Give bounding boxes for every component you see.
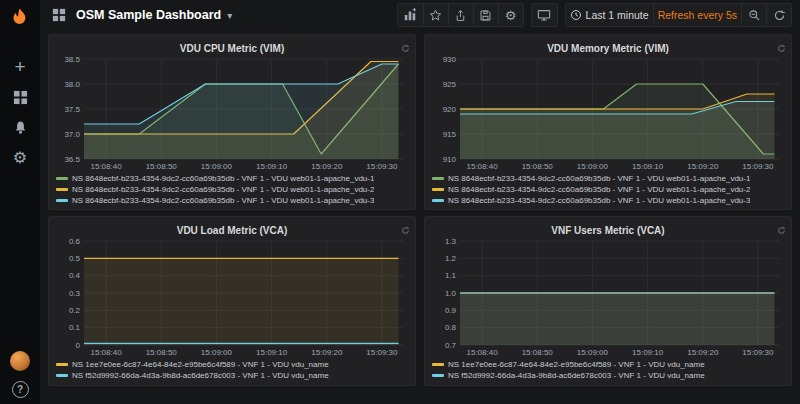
legend-color-marker [432,188,444,191]
legend-item[interactable]: NS 8648ecbf-b233-4354-9dc2-cc60a69b35db … [54,195,410,206]
legend-color-marker [432,177,444,180]
panel-vdu-memory-metric: VDU Memory Metric (VIM) 9109159209259301… [424,34,792,210]
svg-text:15:09:20: 15:09:20 [687,348,719,357]
legend-item[interactable]: NS 8648ecbf-b233-4354-9dc2-cc60a69b35db … [54,184,410,195]
legend-color-marker [432,363,444,366]
users-chart[interactable]: 0.70.80.91.01.11.21.315:08:4015:08:5015:… [430,236,786,358]
svg-text:15:08:50: 15:08:50 [146,348,178,357]
svg-text:0.3: 0.3 [69,289,81,298]
share-button[interactable] [448,4,473,26]
svg-text:15:08:40: 15:08:40 [466,348,498,357]
svg-text:0.7: 0.7 [445,341,457,350]
dashboards-icon[interactable] [0,84,40,110]
svg-text:15:09:00: 15:09:00 [201,348,233,357]
legend-label[interactable]: NS 8648ecbf-b233-4354-9dc2-cc60a69b35db … [72,185,374,194]
legend-item[interactable]: NS 1ee7e0ee-6c87-4e64-84e2-e95be6c4f589 … [430,359,786,370]
chevron-down-icon[interactable]: ▾ [227,10,232,21]
legend-label[interactable]: NS 1ee7e0ee-6c87-4e64-84e2-e95be6c4f589 … [448,360,705,369]
svg-text:15:09:30: 15:09:30 [742,348,774,357]
time-range-picker[interactable]: Last 1 minute [566,4,653,26]
legend-item[interactable]: NS 8648ecbf-b233-4354-9dc2-cc60a69b35db … [54,173,410,184]
sidebar: + ⚙ ? [0,0,40,404]
panel-refresh-icon [777,221,786,239]
alerting-bell-icon[interactable] [0,114,40,140]
legend: NS 8648ecbf-b233-4354-9dc2-cc60a69b35db … [54,173,410,206]
star-button[interactable] [423,4,448,26]
legend-color-marker [56,374,68,377]
zoom-out-search-icon[interactable] [741,4,766,26]
svg-text:15:08:40: 15:08:40 [90,162,122,171]
legend-label[interactable]: NS f52d9992-66da-4d3a-9b8d-ac6de678c003 … [448,371,705,380]
legend-item[interactable]: NS f52d9992-66da-4d3a-9b8d-ac6de678c003 … [54,370,410,381]
add-panel-button[interactable] [398,4,423,26]
legend-label[interactable]: NS 8648ecbf-b233-4354-9dc2-cc60a69b35db … [448,196,750,205]
legend-label[interactable]: NS 8648ecbf-b233-4354-9dc2-cc60a69b35db … [72,174,374,183]
svg-text:15:09:30: 15:09:30 [742,162,774,171]
svg-text:37.5: 37.5 [64,105,80,114]
panel-vnf-users-metric: VNF Users Metric (VCA) 0.70.80.91.01.11.… [424,216,792,386]
panel-refresh-icon [401,39,410,57]
refresh-interval-picker[interactable]: Refresh every 5s [653,4,741,26]
create-plus-icon[interactable]: + [0,54,40,80]
svg-text:15:08:50: 15:08:50 [146,162,178,171]
panel-vdu-load-metric: VDU Load Metric (VCA) 00.10.20.30.40.50.… [48,216,416,386]
svg-text:15:08:40: 15:08:40 [90,348,122,357]
time-range-label: Last 1 minute [586,9,649,21]
svg-text:15:09:00: 15:09:00 [577,348,609,357]
svg-text:0.5: 0.5 [69,254,81,263]
dashboard-picker-grid-icon[interactable] [48,4,70,26]
legend-color-marker [432,199,444,202]
user-avatar[interactable] [10,351,30,371]
svg-text:15:09:10: 15:09:10 [632,348,664,357]
legend: NS 1ee7e0ee-6c87-4e64-84e2-e95be6c4f589 … [430,359,786,381]
svg-text:930: 930 [443,55,457,64]
legend: NS 8648ecbf-b233-4354-9dc2-cc60a69b35db … [430,173,786,206]
svg-text:0.9: 0.9 [445,306,457,315]
svg-text:38.0: 38.0 [64,80,80,89]
load-chart[interactable]: 00.10.20.30.40.50.615:08:4015:08:5015:09… [54,236,410,358]
legend-item[interactable]: NS 8648ecbf-b233-4354-9dc2-cc60a69b35db … [430,184,786,195]
svg-text:15:08:50: 15:08:50 [522,348,554,357]
legend-item[interactable]: NS 8648ecbf-b233-4354-9dc2-cc60a69b35db … [430,195,786,206]
svg-text:1.1: 1.1 [445,271,457,280]
legend: NS 1ee7e0ee-6c87-4e64-84e2-e95be6c4f589 … [54,359,410,381]
memory-chart[interactable]: 91091592092593015:08:4015:08:5015:09:001… [430,54,786,172]
help-icon[interactable]: ? [12,381,29,398]
panel-title[interactable]: VDU Memory Metric (VIM) [547,43,669,54]
legend-label[interactable]: NS 8648ecbf-b233-4354-9dc2-cc60a69b35db … [448,185,750,194]
save-button[interactable] [473,4,498,26]
legend-item[interactable]: NS 1ee7e0ee-6c87-4e64-84e2-e95be6c4f589 … [54,359,410,370]
svg-text:15:09:10: 15:09:10 [632,162,664,171]
legend-item[interactable]: NS f52d9992-66da-4d3a-9b8d-ac6de678c003 … [430,370,786,381]
cpu-chart[interactable]: 36.537.037.538.038.515:08:4015:08:5015:0… [54,54,410,172]
svg-text:1.2: 1.2 [445,254,457,263]
legend-item[interactable]: NS 8648ecbf-b233-4354-9dc2-cc60a69b35db … [430,173,786,184]
dashboard-settings-gear-icon[interactable]: ⚙ [498,4,523,26]
refresh-dashboard-icon[interactable] [766,4,791,26]
svg-text:0.4: 0.4 [69,271,81,280]
dashboard-title[interactable]: OSM Sample Dashboard [76,8,221,22]
tv-kiosk-mode-button[interactable] [532,4,557,26]
legend-label[interactable]: NS 8648ecbf-b233-4354-9dc2-cc60a69b35db … [72,196,374,205]
svg-text:915: 915 [443,130,457,139]
grafana-logo-icon[interactable] [7,6,33,36]
svg-text:15:09:30: 15:09:30 [366,348,398,357]
legend-label[interactable]: NS 8648ecbf-b233-4354-9dc2-cc60a69b35db … [448,174,750,183]
svg-text:15:09:10: 15:09:10 [256,162,288,171]
configuration-gear-icon[interactable]: ⚙ [0,144,40,170]
legend-color-marker [56,177,68,180]
panel-title[interactable]: VDU CPU Metric (VIM) [180,43,284,54]
legend-color-marker [56,199,68,202]
svg-text:1.0: 1.0 [445,289,457,298]
panel-title[interactable]: VDU Load Metric (VCA) [177,225,288,236]
top-navbar: OSM Sample Dashboard ▾ [40,0,800,30]
legend-label[interactable]: NS 1ee7e0ee-6c87-4e64-84e2-e95be6c4f589 … [72,360,329,369]
svg-text:15:08:50: 15:08:50 [522,162,554,171]
dashboard-actions-group: ⚙ [397,3,524,27]
svg-text:925: 925 [443,80,457,89]
legend-color-marker [56,188,68,191]
svg-text:15:09:30: 15:09:30 [366,162,398,171]
panel-title[interactable]: VNF Users Metric (VCA) [551,225,664,236]
legend-label[interactable]: NS f52d9992-66da-4d3a-9b8d-ac6de678c003 … [72,371,329,380]
svg-text:37.0: 37.0 [64,130,80,139]
